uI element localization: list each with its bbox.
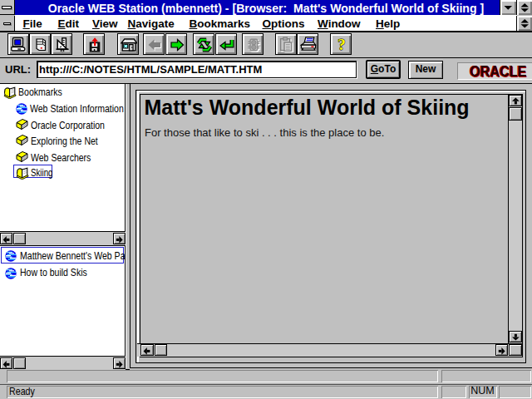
svg-text:?: ? [337,37,346,53]
